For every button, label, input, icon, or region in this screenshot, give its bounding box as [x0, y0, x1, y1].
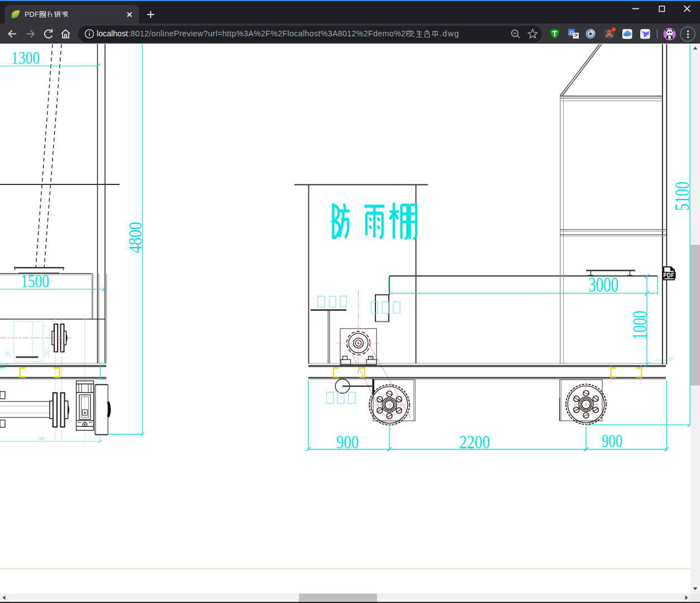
svg-text:4800: 4800	[125, 222, 145, 253]
svg-text:1000: 1000	[628, 311, 651, 340]
svg-text:300: 300	[668, 356, 674, 360]
svg-text:.dwg: .dwg	[440, 29, 460, 38]
svg-text:2200: 2200	[459, 431, 490, 452]
svg-text:5100: 5100	[671, 182, 693, 211]
svg-text:900: 900	[336, 431, 359, 452]
svg-text:1500: 1500	[21, 271, 49, 291]
svg-text:1385: 1385	[37, 436, 45, 441]
svg-text:3000: 3000	[588, 273, 618, 296]
svg-text:localhost: localhost	[97, 29, 128, 38]
svg-text:900: 900	[602, 430, 622, 451]
svg-text:1300: 1300	[11, 48, 40, 68]
svg-text::8012/onlinePreview?url=http%3: :8012/onlinePreview?url=http%3A%2F%2Floc…	[128, 29, 411, 38]
